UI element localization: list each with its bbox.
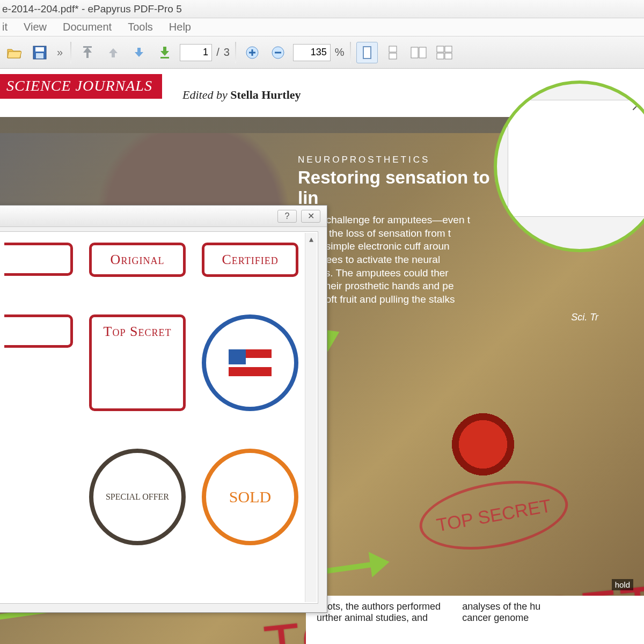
dialog-scrollbar[interactable]: ▴ — [305, 233, 317, 602]
svg-rect-9 — [389, 53, 397, 59]
stamp-special-offer[interactable]: SPECIAL OFFER — [89, 449, 186, 545]
svg-rect-7 — [363, 47, 371, 58]
edited-by-prefix: Edited by — [182, 88, 230, 101]
svg-rect-10 — [411, 47, 418, 58]
toolbar-separator — [235, 42, 236, 63]
layout-facing-button[interactable] — [408, 42, 429, 63]
arrow-last-icon — [158, 46, 171, 59]
menu-edit[interactable]: it — [2, 21, 8, 33]
stamp-sold[interactable]: SOLD — [202, 449, 298, 545]
stamp-fragment[interactable] — [4, 243, 73, 276]
menu-help[interactable]: Help — [169, 21, 191, 33]
stamp-top-secret[interactable]: Top Secret — [89, 314, 186, 411]
stamp-original[interactable]: Original — [89, 243, 186, 277]
svg-rect-14 — [437, 53, 444, 59]
svg-rect-13 — [445, 46, 452, 52]
photo-caption: hold — [612, 579, 633, 590]
arrow-first-icon — [81, 46, 94, 59]
last-page-button[interactable] — [154, 42, 175, 63]
help-icon: ? — [285, 211, 290, 221]
layout-continuous-button[interactable] — [382, 42, 404, 63]
dialog-close-button[interactable]: ✕ — [301, 210, 320, 223]
menubar: it View Document Tools Help — [0, 18, 644, 36]
svg-rect-1 — [35, 47, 44, 52]
layout-facing-continuous-button[interactable] — [434, 42, 455, 63]
magnifier-thumbnail — [508, 100, 644, 217]
page-continuous-icon — [386, 46, 399, 60]
open-button[interactable] — [3, 42, 25, 63]
svg-rect-12 — [437, 46, 444, 52]
footer-col-left: obots, the authors performed urther anim… — [317, 601, 441, 639]
dialog-help-button[interactable]: ? — [277, 210, 297, 223]
edited-by: Edited by Stella Hurtley — [182, 88, 301, 102]
journal-badge-label: SCIENCE JOURNALS — [6, 77, 152, 94]
window-titlebar: e-2014--204.pdf* - ePapyrus PDF-Pro 5 — [0, 0, 644, 18]
page-total: 3 — [224, 46, 230, 58]
stamp-grid: Original Certified Top Secret SPECIAL OF… — [4, 243, 298, 545]
stamp-made-in-usa[interactable] — [202, 314, 298, 411]
window-title: e-2014--204.pdf* - ePapyrus PDF-Pro 5 — [2, 3, 182, 15]
folder-open-icon — [6, 46, 21, 59]
scroll-up-icon[interactable]: ▴ — [305, 233, 317, 245]
page-facing-cont-icon — [436, 46, 452, 60]
zoom-out-button[interactable] — [267, 42, 289, 63]
toolbar: » / 3 % — [0, 36, 644, 69]
page-number-input[interactable] — [180, 44, 212, 61]
stamp-label: Original — [111, 252, 165, 267]
prev-page-button[interactable] — [103, 42, 124, 63]
dialog-body: ▴ Original Certified Top Secret SPECIAL … — [0, 231, 318, 604]
menu-document[interactable]: Document — [63, 21, 112, 33]
page-single-icon — [361, 46, 374, 60]
page-facing-icon — [411, 46, 427, 59]
toolbar-separator — [350, 42, 351, 63]
stamp-label: SOLD — [229, 488, 271, 506]
dialog-titlebar[interactable]: ? ✕ — [0, 206, 327, 227]
zoom-in-button[interactable] — [241, 42, 263, 63]
stamp-label: SPECIAL OFFER — [106, 492, 169, 502]
svg-rect-15 — [445, 53, 452, 59]
stamp-certified[interactable]: Certified — [202, 243, 298, 277]
page-separator: / — [216, 46, 219, 58]
applied-stamp-round-label: TOP SECRET — [435, 495, 553, 536]
zoom-unit: % — [335, 46, 345, 58]
stamp-label: Certified — [222, 252, 278, 267]
svg-rect-8 — [389, 46, 397, 52]
first-page-button[interactable] — [77, 42, 98, 63]
usa-flag-icon — [229, 349, 272, 376]
menu-tools[interactable]: Tools — [128, 21, 153, 33]
svg-rect-2 — [36, 53, 43, 58]
svg-rect-3 — [83, 46, 92, 48]
next-page-button[interactable] — [128, 42, 150, 63]
zoom-input[interactable] — [293, 44, 331, 61]
layout-single-button[interactable] — [356, 42, 378, 63]
svg-rect-11 — [419, 47, 426, 58]
svg-rect-4 — [160, 57, 169, 58]
journal-badge: SCIENCE JOURNALS — [0, 74, 162, 99]
toolbar-overflow[interactable]: » — [57, 46, 63, 58]
save-button[interactable] — [29, 42, 50, 63]
callout-arrow-head — [369, 547, 404, 577]
arrow-up-icon — [107, 46, 120, 59]
stamp-fragment[interactable] — [4, 314, 73, 348]
toolbar-separator — [70, 42, 71, 63]
stamp-dialog: ? ✕ ▴ Original Certified Top Secret SPEC… — [0, 205, 327, 613]
plus-circle-icon — [245, 46, 259, 60]
minus-circle-icon — [271, 46, 285, 60]
stamp-label: Top Secret — [104, 324, 172, 339]
footer-col-right: analyses of the hu cancer genome — [462, 601, 540, 639]
editor-name: Stella Hurtley — [230, 88, 301, 101]
floppy-icon — [33, 46, 47, 60]
arrow-down-icon — [133, 46, 145, 59]
menu-view[interactable]: View — [24, 21, 47, 33]
close-icon: ✕ — [308, 211, 314, 221]
